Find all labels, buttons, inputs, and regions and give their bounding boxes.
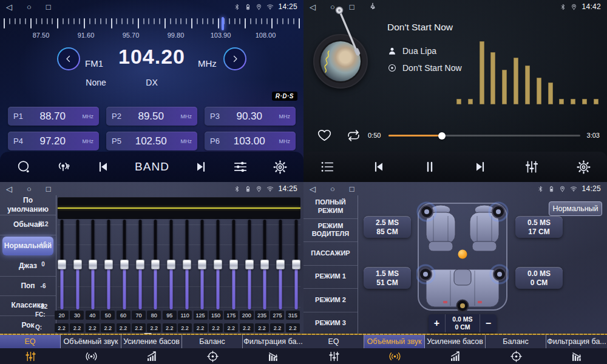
- eq-band-slider[interactable]: [276, 220, 285, 309]
- slider-handle[interactable]: [58, 260, 66, 269]
- favorite-heart-icon[interactable]: [317, 127, 332, 143]
- previous-station-icon[interactable]: [96, 160, 110, 174]
- repeat-icon[interactable]: [346, 128, 361, 143]
- previous-track-icon[interactable]: [371, 160, 386, 174]
- slider-handle[interactable]: [120, 260, 129, 269]
- tab-eq-sliders[interactable]: EQ: [304, 335, 364, 364]
- listening-mode-item[interactable]: РЕЖИМ 3: [304, 312, 358, 335]
- balance-icon: [486, 348, 546, 364]
- eq-band-sliders: [58, 220, 300, 309]
- delay-rear-right-button[interactable]: 0.0 MS 0 CM: [515, 267, 563, 289]
- next-station-icon[interactable]: [194, 160, 208, 174]
- listening-mode-item[interactable]: ПАССАЖИР: [304, 242, 358, 266]
- delay-front-right-button[interactable]: 0.5 MS 17 CM: [515, 216, 563, 238]
- eq-band-slider[interactable]: [120, 220, 129, 309]
- nav-recents-icon[interactable]: □: [46, 3, 51, 11]
- nav-back-icon[interactable]: ◁: [310, 3, 316, 11]
- q-value: 2.2: [240, 323, 254, 332]
- tune-down-button[interactable]: [57, 47, 80, 70]
- slider-handle[interactable]: [136, 260, 144, 269]
- pause-icon[interactable]: [422, 160, 437, 174]
- next-track-icon[interactable]: [473, 160, 487, 174]
- nav-home-icon[interactable]: ○: [27, 3, 32, 11]
- nav-home-icon[interactable]: ○: [330, 185, 335, 193]
- tune-up-button[interactable]: [223, 47, 246, 70]
- tab-bass-boost[interactable]: Усиление басов: [121, 335, 182, 364]
- nav-back-icon[interactable]: ◁: [6, 3, 12, 11]
- slider-handle[interactable]: [229, 260, 238, 269]
- tab-surround-sound[interactable]: Объёмный звук: [61, 335, 121, 364]
- slider-handle[interactable]: [183, 260, 191, 269]
- slider-handle[interactable]: [245, 260, 254, 269]
- slider-handle[interactable]: [260, 260, 269, 269]
- eq-band-slider[interactable]: [58, 220, 66, 309]
- delay-increase-button[interactable]: +: [429, 314, 445, 332]
- delay-front-left-button[interactable]: 2.5 MS 85 CM: [364, 216, 411, 238]
- sound-profile-button[interactable]: Нормальный: [549, 201, 602, 216]
- slider-handle[interactable]: [198, 260, 206, 269]
- eq-band-slider[interactable]: [245, 220, 254, 309]
- eq-band-slider[interactable]: [260, 220, 269, 309]
- delay-decrease-button[interactable]: −: [480, 314, 497, 332]
- listening-mode-item[interactable]: РЕЖИМ 1: [304, 266, 358, 289]
- seek-bar[interactable]: [388, 135, 580, 136]
- eq-band-slider[interactable]: [229, 220, 238, 309]
- settings-gear-icon[interactable]: [273, 160, 288, 175]
- eq-band-slider[interactable]: [292, 220, 300, 309]
- nav-back-icon[interactable]: ◁: [6, 185, 12, 193]
- tab-surround-sound[interactable]: Объёмный звук: [364, 335, 425, 364]
- radio-preset-button[interactable]: P6103.00MHz: [205, 132, 296, 150]
- tab-filter[interactable]: Фильтрация ба...: [546, 335, 607, 364]
- nav-recents-icon[interactable]: □: [350, 3, 354, 11]
- band-button[interactable]: BAND: [135, 160, 169, 174]
- nav-back-icon[interactable]: ◁: [310, 185, 316, 193]
- nav-recents-icon[interactable]: □: [350, 185, 354, 193]
- eq-preset-item[interactable]: По умолчанию: [0, 195, 56, 215]
- slider-handle[interactable]: [89, 260, 97, 269]
- listening-position-marker[interactable]: [458, 250, 467, 259]
- slider-handle[interactable]: [73, 260, 82, 269]
- eq-band-slider[interactable]: [89, 220, 97, 309]
- eq-band-slider[interactable]: [73, 220, 82, 309]
- nav-home-icon[interactable]: ○: [330, 3, 335, 11]
- tab-balance[interactable]: Баланс: [486, 335, 546, 364]
- nav-home-icon[interactable]: ○: [27, 185, 32, 193]
- eq-band-slider[interactable]: [214, 220, 222, 309]
- tab-bass-boost[interactable]: Усиление басов: [425, 335, 486, 364]
- slider-handle[interactable]: [292, 260, 300, 269]
- slider-handle[interactable]: [276, 260, 285, 269]
- eq-band-slider[interactable]: [104, 220, 113, 309]
- eq-band-slider[interactable]: [151, 220, 160, 309]
- slider-handle[interactable]: [104, 260, 113, 269]
- eq-band-slider[interactable]: [198, 220, 206, 309]
- subwoofer[interactable]: [457, 300, 469, 312]
- dial-tick: [121, 18, 123, 24]
- tab-balance[interactable]: Баланс: [182, 335, 243, 364]
- nav-recents-icon[interactable]: □: [46, 185, 51, 193]
- tab-eq-sliders[interactable]: EQ: [0, 335, 61, 364]
- slider-handle[interactable]: [214, 260, 222, 269]
- broadcast-dx-icon[interactable]: [56, 159, 72, 175]
- scan-search-icon[interactable]: [16, 159, 32, 175]
- slider-handle[interactable]: [167, 260, 175, 269]
- eq-band-slider[interactable]: [136, 220, 144, 309]
- listening-mode-item[interactable]: РЕЖИМ ВОДИТЕЛЯ: [304, 219, 358, 243]
- listening-mode-item[interactable]: ПОЛНЫЙ РЕЖИМ: [304, 195, 358, 219]
- radio-preset-button[interactable]: P188.70MHz: [8, 107, 99, 126]
- equalizer-icon[interactable]: [524, 159, 540, 175]
- tab-filter[interactable]: Фильтрация ба...: [243, 335, 304, 364]
- radio-preset-button[interactable]: P289.50MHz: [106, 107, 197, 126]
- playlist-icon[interactable]: [319, 159, 335, 175]
- radio-preset-button[interactable]: P5102.50MHz: [106, 132, 197, 150]
- eq-band-slider[interactable]: [167, 220, 175, 309]
- frequency-dial[interactable]: 87.5091.6095.7099.80103.90108.00: [0, 17, 304, 45]
- audio-settings-icon[interactable]: [232, 159, 248, 175]
- radio-preset-button[interactable]: P497.20MHz: [8, 132, 99, 150]
- seek-bar-knob[interactable]: [438, 132, 446, 140]
- eq-band-slider[interactable]: [183, 220, 191, 309]
- slider-handle[interactable]: [151, 260, 160, 269]
- listening-mode-item[interactable]: РЕЖИМ 2: [304, 289, 358, 312]
- delay-rear-left-button[interactable]: 1.5 MS 51 CM: [364, 267, 411, 289]
- radio-preset-button[interactable]: P390.30MHz: [205, 107, 296, 126]
- settings-gear-icon[interactable]: [576, 160, 591, 175]
